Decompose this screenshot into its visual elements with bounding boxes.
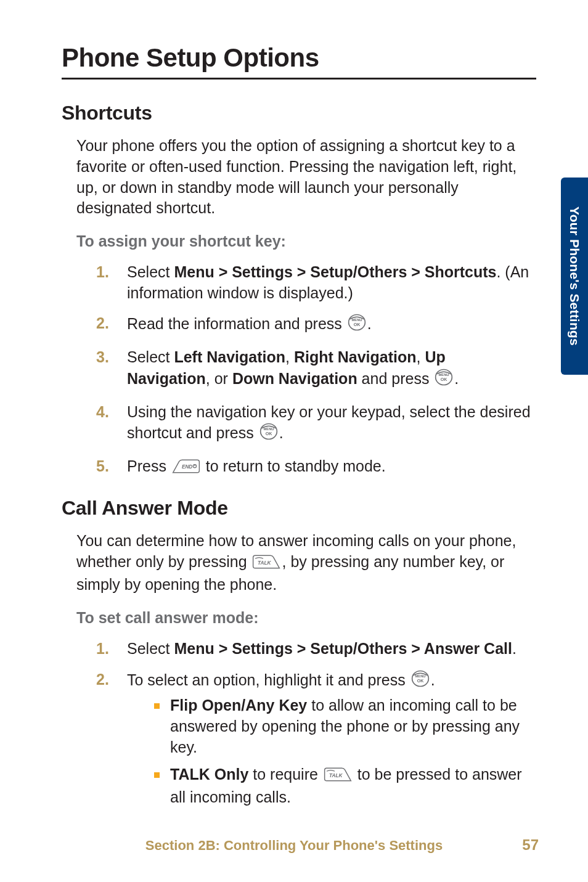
list-item: Flip Open/Any Key to allow an incoming c… bbox=[154, 695, 533, 757]
side-tab: Your Phone's Settings bbox=[561, 178, 588, 375]
step-number: 1. bbox=[96, 262, 109, 283]
page: Phone Setup Options Shortcuts Your phone… bbox=[0, 0, 588, 882]
shortcuts-lead: To assign your shortcut key: bbox=[76, 231, 539, 252]
step-2: 2. To select an option, highlight it and… bbox=[96, 669, 533, 809]
footer-text: Section 2B: Controlling Your Phone's Set… bbox=[145, 838, 443, 853]
step-text: , or bbox=[206, 370, 232, 387]
step-text: , bbox=[285, 348, 294, 365]
end-icon bbox=[172, 459, 200, 480]
step-text: . bbox=[454, 370, 459, 387]
heading-call-answer: Call Answer Mode bbox=[62, 497, 539, 520]
step-number: 3. bbox=[96, 347, 109, 368]
heading-shortcuts: Shortcuts bbox=[62, 102, 539, 125]
side-tab-label: Your Phone's Settings bbox=[567, 206, 582, 346]
call-answer-intro: You can determine how to answer incoming… bbox=[76, 531, 533, 595]
answer-options: Flip Open/Any Key to allow an incoming c… bbox=[154, 695, 533, 808]
step-3: 3. Select Left Navigation, Right Navigat… bbox=[96, 347, 533, 392]
step-text: Using the navigation key or your keypad,… bbox=[127, 403, 531, 442]
menu-ok-icon bbox=[435, 368, 453, 392]
step-bold: Menu > Settings > Setup/Others > Answer … bbox=[174, 640, 512, 657]
footer: Section 2B: Controlling Your Phone's Set… bbox=[0, 838, 588, 854]
list-item: TALK Only to require to be pressed to an… bbox=[154, 764, 533, 809]
menu-ok-icon bbox=[348, 313, 366, 337]
step-5: 5. Press to return to standby mode. bbox=[96, 456, 533, 480]
step-text: Select bbox=[127, 263, 174, 280]
step-number: 2. bbox=[96, 669, 109, 690]
menu-ok-icon bbox=[411, 669, 430, 693]
title-rule bbox=[62, 78, 536, 80]
call-answer-steps: 1. Select Menu > Settings > Setup/Others… bbox=[96, 639, 533, 808]
step-text: and press bbox=[357, 370, 434, 387]
step-text: , bbox=[417, 348, 425, 365]
talk-icon bbox=[324, 767, 352, 788]
step-text: . bbox=[431, 671, 435, 688]
step-2: 2. Read the information and press . bbox=[96, 313, 533, 337]
page-number: 57 bbox=[522, 836, 539, 854]
step-text: to return to standby mode. bbox=[202, 457, 386, 475]
step-bold: Down Navigation bbox=[232, 370, 357, 387]
talk-icon bbox=[252, 554, 280, 575]
step-number: 2. bbox=[96, 313, 109, 334]
step-number: 4. bbox=[96, 402, 109, 423]
option-name: TALK Only bbox=[170, 766, 253, 783]
step-4: 4. Using the navigation key or your keyp… bbox=[96, 402, 533, 447]
step-bold: Menu > Settings > Setup/Others > Shortcu… bbox=[174, 263, 496, 280]
option-name: Flip Open/Any Key bbox=[170, 696, 311, 714]
menu-ok-icon bbox=[259, 422, 278, 446]
step-text: . bbox=[279, 424, 284, 441]
step-1: 1. Select Menu > Settings > Setup/Others… bbox=[96, 639, 533, 659]
step-text: . bbox=[367, 315, 372, 332]
step-1: 1. Select Menu > Settings > Setup/Others… bbox=[96, 262, 533, 304]
step-bold: Right Navigation bbox=[294, 348, 417, 365]
step-text: To select an option, highlight it and pr… bbox=[127, 671, 410, 688]
shortcuts-steps: 1. Select Menu > Settings > Setup/Others… bbox=[96, 262, 533, 480]
call-answer-lead: To set call answer mode: bbox=[76, 608, 539, 629]
page-title: Phone Setup Options bbox=[62, 43, 539, 73]
shortcuts-intro: Your phone offers you the option of assi… bbox=[76, 136, 533, 219]
step-bold: Left Navigation bbox=[174, 348, 285, 365]
step-text: . bbox=[512, 640, 517, 657]
step-number: 1. bbox=[96, 639, 109, 659]
step-text: Select bbox=[127, 640, 174, 657]
step-text: Press bbox=[127, 457, 171, 475]
step-text: Read the information and press bbox=[127, 315, 346, 332]
step-number: 5. bbox=[96, 456, 109, 477]
option-desc: to require bbox=[253, 766, 322, 783]
step-text: Select bbox=[127, 348, 174, 365]
